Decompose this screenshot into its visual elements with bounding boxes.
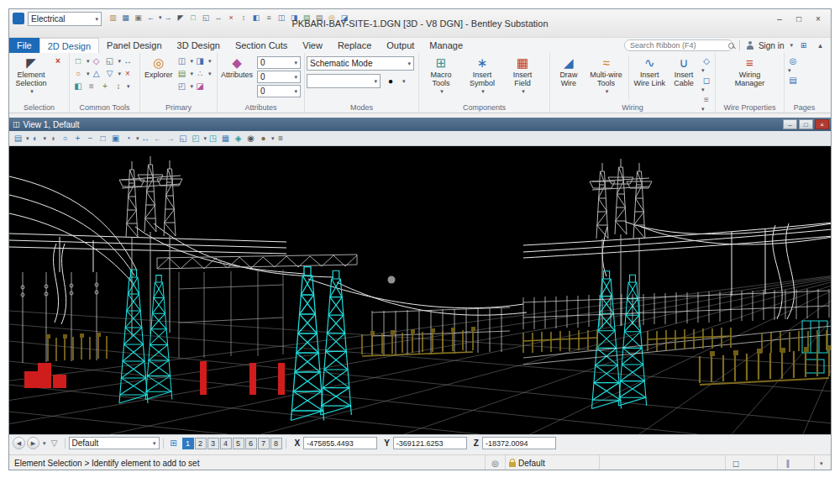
status-expand-icon[interactable] — [820, 460, 823, 467]
mirror-element-icon[interactable]: ▽ — [103, 67, 117, 80]
window-area-icon[interactable]: □ — [97, 132, 109, 144]
move-icon[interactable]: ↔ — [213, 12, 224, 24]
draw-wire-button[interactable]: ◢ Draw Wire — [552, 55, 585, 88]
element-selection-icon[interactable]: ◤ — [176, 12, 186, 24]
delete-icon[interactable]: × — [226, 12, 237, 24]
view-previous-button[interactable]: ◀ — [13, 437, 25, 449]
insert-field-dropdown-icon[interactable] — [522, 87, 525, 96]
view-windows-icon[interactable]: ⊞ — [167, 437, 181, 449]
element-selection-button[interactable]: ◤ Element Selection — [11, 55, 51, 97]
view-toggle-2[interactable]: 2 — [195, 438, 207, 449]
insert-symbol-dropdown-icon[interactable] — [481, 87, 485, 96]
minimize-button[interactable]: – — [770, 12, 789, 25]
tab-3d-design[interactable]: 3D Design — [170, 38, 228, 53]
multiwire-tools-button[interactable]: ≈ Multi-wire Tools — [585, 55, 627, 97]
tab-file[interactable]: File — [9, 38, 39, 53]
clip-mask-icon[interactable]: ◳ — [207, 132, 219, 144]
y-coordinate-field[interactable]: -369121.6253 — [393, 437, 467, 449]
level-manager-icon[interactable]: ▤ — [314, 12, 325, 24]
view-close-button[interactable]: × — [815, 119, 829, 129]
maximize-button[interactable]: □ — [790, 12, 808, 25]
connect-advisor-icon[interactable]: ⊞ — [798, 39, 809, 51]
tab-manage[interactable]: Manage — [422, 38, 470, 53]
workflow-dropdown-icon[interactable] — [95, 16, 98, 23]
delete-element-icon[interactable]: × — [121, 67, 134, 80]
lock-icon[interactable] — [509, 462, 516, 467]
adjust-view-icon[interactable]: ◑ — [46, 132, 59, 144]
insert-vertex-icon[interactable]: + — [98, 80, 112, 92]
view-previous-icon[interactable]: ← — [152, 132, 165, 144]
selection-set-icon[interactable]: ◻ — [729, 457, 743, 470]
fence-tools-icon[interactable]: □ — [71, 55, 85, 67]
page-zoom-icon-dropdown[interactable] — [788, 67, 791, 74]
rotate-element-icon[interactable]: ○ — [71, 67, 85, 80]
attributes-button[interactable]: ◆ Attributes — [219, 55, 255, 80]
view-toggle-3[interactable]: 3 — [207, 438, 219, 449]
markups-icon[interactable]: ◪ — [193, 80, 207, 92]
copy-view-icon[interactable]: ◱ — [177, 132, 190, 144]
saved-views-icon[interactable]: ◰ — [176, 80, 189, 92]
view-group-combo[interactable]: Default — [69, 437, 160, 449]
wire-edit-icon-dropdown[interactable] — [701, 67, 705, 74]
active-level[interactable]: Default — [518, 459, 545, 468]
view-attributes-icon[interactable]: ▤ — [12, 132, 24, 144]
point-clouds-icon[interactable]: ∴ — [193, 67, 207, 80]
element-queue-icon[interactable]: ∥ — [781, 457, 795, 470]
view-toggle-4[interactable]: 4 — [220, 438, 232, 449]
sign-in-button[interactable]: Sign in — [759, 41, 785, 50]
view-settings-icon[interactable]: ≡ — [275, 132, 287, 144]
point-clouds-icon-dropdown[interactable] — [208, 67, 212, 80]
move-element-icon[interactable]: ↔ — [121, 55, 134, 67]
view-filter-icon[interactable]: ▽ — [48, 437, 61, 449]
references-icon[interactable]: ◨ — [193, 55, 207, 67]
view-toggle-1[interactable]: 1 — [182, 438, 194, 449]
view-toggle-6[interactable]: 6 — [245, 438, 257, 449]
minimize-ribbon-icon[interactable]: ▴ — [815, 39, 826, 51]
snap-mode-icon[interactable]: ◎ — [489, 457, 501, 470]
page-list-icon[interactable]: ▤ — [786, 74, 800, 87]
references-icon-dropdown[interactable] — [208, 55, 212, 67]
view-next-button[interactable]: ▶ — [27, 437, 39, 449]
rotate-view-icon[interactable]: ◔ — [122, 132, 134, 144]
macro-tools-button[interactable]: ⊞ Macro Tools — [421, 55, 461, 97]
drop-element-icon[interactable]: ◇ — [90, 55, 103, 67]
scale-element-icon[interactable]: △ — [90, 67, 103, 80]
view-next-icon[interactable]: → — [165, 132, 177, 144]
navigation-wheel-icon[interactable]: ◈ — [232, 132, 244, 144]
macro-tools-dropdown-icon[interactable] — [440, 87, 444, 96]
wire-edit-icon[interactable]: ◇ — [700, 55, 713, 67]
undo-icon-dropdown[interactable] — [159, 14, 162, 21]
print-icon[interactable]: ▣ — [133, 12, 144, 24]
redo-icon[interactable]: → — [163, 12, 174, 24]
fence-icon[interactable]: □ — [188, 12, 199, 24]
undo-icon[interactable]: ← — [145, 12, 156, 24]
models-icon[interactable]: ◫ — [176, 55, 189, 67]
saved-views-icon[interactable]: ▦ — [219, 132, 232, 144]
properties-icon[interactable]: ◪ — [339, 12, 350, 24]
ribbon-search-input[interactable] — [630, 41, 728, 50]
save-icon[interactable]: ▦ — [120, 12, 131, 24]
tab-replace[interactable]: Replace — [330, 38, 379, 53]
copy-element-icon[interactable]: ◱ — [103, 55, 117, 67]
insert-cable-button[interactable]: ∪ Insert Cable — [668, 55, 700, 88]
render-mode-icon[interactable]: ● — [257, 132, 270, 144]
cell-combo[interactable] — [307, 74, 381, 88]
view-toggle-8[interactable]: 8 — [270, 438, 282, 449]
tab-section-cuts[interactable]: Section Cuts — [228, 38, 295, 53]
tab-output[interactable]: Output — [379, 38, 422, 53]
workflow-combo[interactable]: Electrical — [28, 12, 102, 26]
close-button[interactable]: × — [809, 12, 827, 25]
view-minimize-button[interactable]: – — [783, 119, 797, 129]
multiwire-dropdown-icon[interactable] — [606, 87, 609, 96]
viewport[interactable] — [9, 146, 831, 434]
view-history-dropdown-icon[interactable] — [43, 440, 46, 447]
color-combo[interactable]: 0 — [257, 56, 301, 69]
x-coordinate-field[interactable]: -475855.4493 — [303, 437, 377, 449]
measure-tools-icon-dropdown[interactable] — [127, 80, 130, 92]
measure-tools-icon[interactable]: ↕ — [112, 80, 125, 92]
app-icon[interactable] — [13, 13, 24, 24]
tab-view[interactable]: View — [295, 38, 330, 53]
display-style-icon[interactable]: ◐ — [29, 132, 42, 144]
tab-2d-design[interactable]: 2D Design — [39, 38, 99, 53]
modify-element-icon[interactable]: ◧ — [71, 80, 85, 92]
